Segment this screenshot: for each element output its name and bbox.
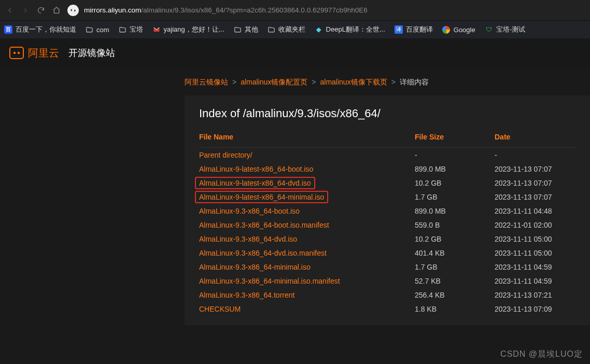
site-info-icon[interactable] [67, 5, 79, 16]
table-row: AlmaLinux-9-latest-x86_64-boot.iso899.0 … [199, 162, 575, 176]
translate-icon: 译 [395, 25, 403, 34]
col-date: Date [495, 133, 575, 141]
bookmark-item[interactable]: yajiang，您好！让... [152, 25, 224, 34]
bookmark-label: Google [454, 26, 475, 34]
table-row: AlmaLinux-9.3-x86_64-dvd.iso.manifest401… [199, 246, 575, 260]
file-link[interactable]: AlmaLinux-9.3-x86_64-boot.iso [199, 207, 300, 215]
table-row: Parent directory/-- [199, 148, 575, 162]
home-icon[interactable] [52, 6, 61, 15]
site-header: 阿里云 开源镜像站 [0, 38, 590, 67]
file-size: 899.0 MB [415, 165, 495, 173]
file-size: - [415, 151, 495, 159]
file-link[interactable]: Parent directory/ [199, 151, 252, 159]
file-date: 2023-11-11 04:48 [495, 207, 575, 215]
file-link[interactable]: AlmaLinux-9.3-x86_64-boot.iso.manifest [199, 221, 329, 229]
bookmark-label: 百度一下，你就知道 [16, 25, 76, 34]
deepl-icon: ◆ [315, 25, 323, 34]
file-size: 1.7 GB [415, 263, 495, 271]
folder-icon [234, 26, 242, 34]
index-heading: Index of /almalinux/9.3/isos/x86_64/ [199, 107, 575, 120]
bookmark-label: 收藏夹栏 [278, 25, 305, 34]
file-date: 2023-11-11 04:59 [495, 277, 575, 285]
file-link[interactable]: CHECKSUM [199, 305, 241, 313]
table-row: AlmaLinux-9.3-x86_64-minimal.iso1.7 GB20… [199, 260, 575, 274]
breadcrumb-current: 详细内容 [400, 78, 429, 86]
watermark: CSDN @晨埃LUO定 [500, 349, 583, 360]
browser-address-bar: mirrors.aliyun.com/almalinux/9.3/isos/x8… [0, 0, 590, 21]
table-row: AlmaLinux-9.3-x86_64-dvd.iso10.2 GB2023-… [199, 232, 575, 246]
file-listing-panel: Index of /almalinux/9.3/isos/x86_64/ Fil… [185, 95, 590, 325]
file-date: 2023-11-13 07:07 [495, 193, 575, 201]
url-bar[interactable]: mirrors.aliyun.com/almalinux/9.3/isos/x8… [67, 5, 585, 16]
table-row: CHECKSUM1.8 KB2023-11-13 07:09 [199, 302, 575, 316]
folder-icon [119, 26, 127, 34]
aliyun-logo-icon [9, 47, 24, 59]
file-size: 10.2 GB [415, 179, 495, 187]
file-size: 899.0 MB [415, 207, 495, 215]
google-icon [442, 25, 451, 34]
file-date: 2023-11-13 07:09 [495, 305, 575, 313]
bookmark-item[interactable]: com [86, 26, 109, 34]
folder-icon [86, 26, 93, 34]
bookmark-item[interactable]: 收藏夹栏 [268, 25, 305, 34]
file-link[interactable]: AlmaLinux-9.3-x86_64-dvd.iso [199, 235, 297, 243]
file-date: 2023-11-13 07:07 [495, 179, 575, 187]
file-link[interactable]: AlmaLinux-9.3-x86_64-minimal.iso [199, 263, 311, 271]
breadcrumb: 阿里云镜像站>almalinux镜像配置页>almalinux镜像下载页>详细内… [0, 67, 590, 95]
aliyun-logo[interactable]: 阿里云 [9, 46, 59, 60]
table-row: AlmaLinux-9.3-x86_64-minimal.iso.manifes… [199, 274, 575, 288]
file-size: 52.7 KB [415, 277, 495, 285]
table-row: AlmaLinux-9.3-x86_64-boot.iso899.0 MB202… [199, 204, 575, 218]
bookmark-label: DeepL翻译：全世... [326, 25, 385, 34]
file-link[interactable]: AlmaLinux-9.3-x86_64.torrent [199, 291, 294, 299]
bookmark-item[interactable]: 百百度一下，你就知道 [4, 25, 76, 34]
bookmark-label: 宝塔-测试 [496, 25, 525, 34]
file-date: 2023-11-11 05:00 [495, 249, 575, 257]
bookmark-item[interactable]: 宝塔 [119, 25, 143, 34]
refresh-icon[interactable] [36, 6, 46, 15]
file-size: 401.4 KB [415, 249, 495, 257]
file-date: 2023-11-13 07:21 [495, 291, 575, 299]
forward-icon[interactable] [21, 6, 30, 15]
breadcrumb-link[interactable]: almalinux镜像配置页 [241, 78, 307, 86]
folder-icon [268, 26, 275, 34]
breadcrumb-link[interactable]: almalinux镜像下载页 [320, 78, 387, 86]
file-table: File Name File Size Date Parent director… [199, 130, 575, 316]
table-row: AlmaLinux-9.3-x86_64.torrent256.4 KB2023… [199, 288, 575, 302]
bookmarks-bar: 百百度一下，你就知道com宝塔yajiang，您好！让...其他收藏夹栏◆Dee… [0, 21, 590, 38]
breadcrumb-separator: > [391, 78, 396, 86]
file-link[interactable]: AlmaLinux-9.3-x86_64-dvd.iso.manifest [199, 249, 327, 257]
baidu-icon: 百 [4, 25, 12, 34]
table-row: AlmaLinux-9.3-x86_64-boot.iso.manifest55… [199, 218, 575, 232]
breadcrumb-link[interactable]: 阿里云镜像站 [185, 78, 228, 86]
bookmark-item[interactable]: 译百度翻译 [395, 25, 433, 34]
bookmark-item[interactable]: ◆DeepL翻译：全世... [315, 25, 385, 34]
breadcrumb-separator: > [312, 78, 316, 86]
file-table-header: File Name File Size Date [199, 130, 575, 148]
site-title[interactable]: 开源镜像站 [68, 47, 115, 59]
file-date: 2023-11-11 05:00 [495, 235, 575, 243]
bookmark-label: 百度翻译 [406, 25, 433, 34]
bookmark-item[interactable]: Google [442, 25, 475, 34]
table-row: AlmaLinux-9-latest-x86_64-dvd.iso10.2 GB… [199, 176, 575, 190]
file-size: 1.8 KB [415, 305, 495, 313]
bookmark-label: com [96, 26, 109, 34]
file-date: 2022-11-01 02:00 [495, 221, 575, 229]
file-date: 2023-11-13 07:07 [495, 165, 575, 173]
file-link[interactable]: AlmaLinux-9-latest-x86_64-boot.iso [199, 165, 313, 173]
bookmark-label: 其他 [245, 25, 258, 34]
file-link[interactable]: AlmaLinux-9-latest-x86_64-minimal.iso [195, 191, 328, 203]
bookmark-item[interactable]: 其他 [234, 25, 258, 34]
file-date: - [495, 151, 575, 159]
file-date: 2023-11-11 04:59 [495, 263, 575, 271]
bookmark-item[interactable]: 🛡宝塔-测试 [485, 25, 525, 34]
file-size: 1.7 GB [415, 193, 495, 201]
bookmark-label: yajiang，您好！让... [164, 25, 224, 34]
file-size: 10.2 GB [415, 235, 495, 243]
file-link[interactable]: AlmaLinux-9.3-x86_64-minimal.iso.manifes… [199, 277, 340, 285]
table-row: AlmaLinux-9-latest-x86_64-minimal.iso1.7… [199, 190, 575, 204]
file-size: 256.4 KB [415, 291, 495, 299]
back-icon[interactable] [5, 6, 15, 15]
col-filesize: File Size [415, 133, 495, 141]
file-link[interactable]: AlmaLinux-9-latest-x86_64-dvd.iso [195, 177, 315, 189]
